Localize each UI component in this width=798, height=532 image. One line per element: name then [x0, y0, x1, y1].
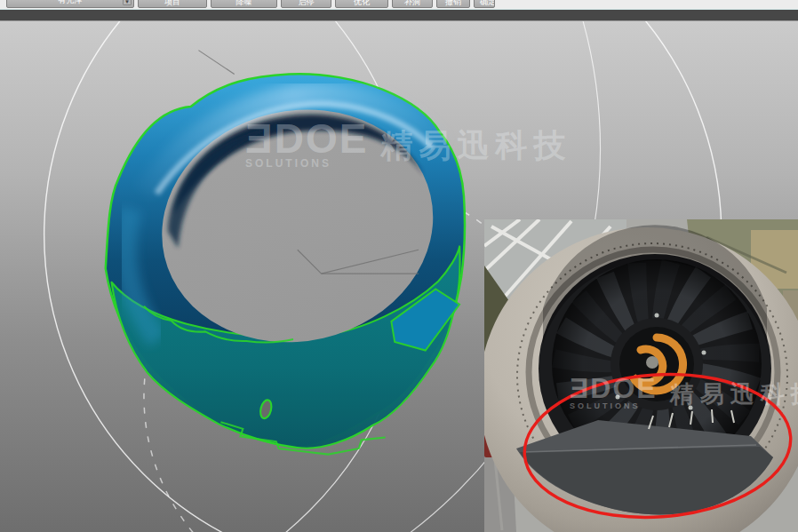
photo-image	[484, 219, 798, 532]
toolbar-button-confirm[interactable]: 确定	[474, 0, 495, 8]
toolbar-button-project[interactable]: 项目	[138, 0, 207, 8]
toolbar-button-denoise[interactable]: 降噪	[211, 0, 277, 8]
app-window: 有光泽 ▾ 项目 降噪 启停 优化 补洞 撤销 确定	[0, 0, 798, 532]
toolbar-button-fillholes[interactable]: 补洞	[392, 0, 433, 8]
toolbar-button-startstop[interactable]: 启停	[281, 0, 331, 8]
reference-photo-inset: ƎDOE SOLUTIONS 精易迅科技	[484, 219, 798, 532]
title-bar	[0, 9, 798, 21]
toolbar-button-optimize[interactable]: 优化	[335, 0, 388, 8]
scanned-ring-model	[106, 74, 465, 454]
toolbar-button-undo[interactable]: 撤销	[436, 0, 470, 8]
toolbar: 有光泽 ▾ 项目 降噪 启停 优化 补洞 撤销 确定	[0, 0, 798, 9]
chevron-down-icon[interactable]: ▾	[123, 0, 132, 5]
render-mode-value: 有光泽	[59, 0, 83, 8]
render-mode-dropdown[interactable]: 有光泽 ▾	[6, 0, 134, 8]
